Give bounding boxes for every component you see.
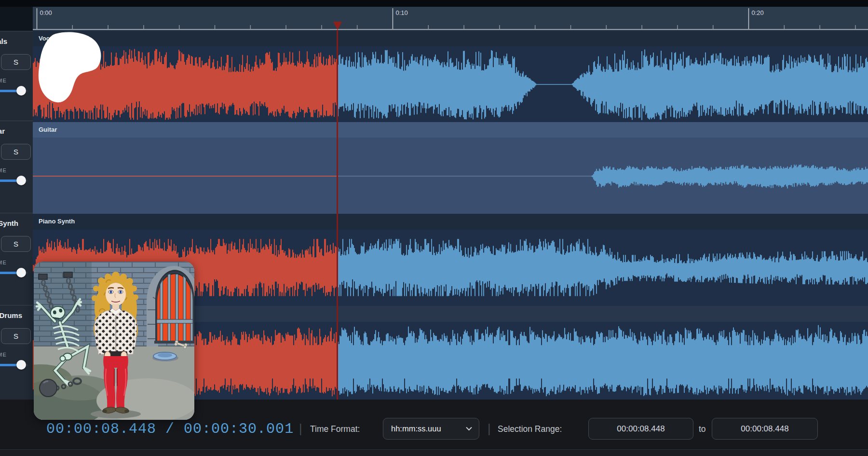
ruler-label: 0:20 <box>752 9 764 16</box>
track-body-guitar <box>33 138 868 214</box>
selection-start-input[interactable] <box>588 418 693 440</box>
ruler-label: 0:10 <box>396 9 408 16</box>
playhead-line[interactable] <box>337 30 338 400</box>
time-format-label: Time Format: <box>310 424 360 434</box>
volume-label: VOLUME <box>0 167 7 173</box>
slider-thumb[interactable] <box>16 268 26 277</box>
volume-slider[interactable] <box>0 86 30 96</box>
track-panel-guitar: Guitar S VOLUME <box>0 121 33 213</box>
slider-thumb[interactable] <box>16 86 26 96</box>
track-name-label: Piano Synth <box>0 219 18 227</box>
track-header-vocals[interactable]: Vocals <box>33 31 868 46</box>
time-format-value: hh:mm:ss.uuu <box>391 424 441 433</box>
chevron-down-icon <box>466 427 472 431</box>
current-time: 00:00:08.448 <box>46 421 156 437</box>
audio-editor-app: 0:000:100:20 Vocals S VOLUME Guitar S VO… <box>0 0 868 456</box>
solo-button[interactable]: S <box>1 54 31 70</box>
volume-label: VOLUME <box>0 260 7 265</box>
volume-label: VOLUME <box>0 78 7 83</box>
divider: | <box>299 422 302 436</box>
track-name-label: Drums <box>0 311 22 319</box>
volume-slider[interactable] <box>0 268 30 277</box>
selection-range-label: Selection Range: <box>498 424 562 434</box>
ball-and-chain <box>40 379 57 397</box>
ruler-corner <box>0 7 33 31</box>
volume-label: VOLUME <box>0 352 7 358</box>
solo-button[interactable]: S <box>1 236 31 252</box>
volume-slider[interactable] <box>0 360 30 370</box>
to-label: to <box>699 424 706 434</box>
track-header-label: Guitar <box>39 126 57 133</box>
ruler-ticks: 0:000:100:20 <box>33 7 868 31</box>
prison-gate <box>148 270 194 346</box>
time-separator: / <box>165 421 175 437</box>
slider-thumb[interactable] <box>16 360 26 370</box>
track-body-vocals <box>33 46 868 122</box>
character-sticker-image <box>34 262 194 420</box>
track-name-label: Vocals <box>0 37 7 45</box>
track-control-panel: Vocals S VOLUME Guitar S VOLUME Piano Sy… <box>0 31 33 400</box>
playhead-marker[interactable] <box>333 22 342 30</box>
solo-button[interactable]: S <box>1 328 31 344</box>
food-dish <box>153 352 176 360</box>
track-header-label: Piano Synth <box>39 218 75 225</box>
time-readout: 00:00:08.448 / 00:00:30.001 <box>46 421 294 437</box>
waveform-canvas-guitar[interactable] <box>33 138 868 214</box>
track-panel-drums: Drums S VOLUME <box>0 305 33 400</box>
volume-slider[interactable] <box>0 176 30 185</box>
selection-end-input[interactable] <box>712 418 818 440</box>
window-top-bar <box>0 0 868 7</box>
solo-button[interactable]: S <box>1 144 31 160</box>
track-name-label: Guitar <box>0 127 5 135</box>
track-header-guitar[interactable]: Guitar <box>33 122 868 138</box>
annotation-blob <box>29 27 111 109</box>
slider-thumb[interactable] <box>16 176 26 185</box>
timeline-ruler[interactable]: 0:000:100:20 <box>33 7 868 31</box>
time-format-dropdown[interactable]: hh:mm:ss.uuu <box>383 418 479 440</box>
track-panel-piano-synth: Piano Synth S VOLUME <box>0 213 33 305</box>
track-panel-vocals: Vocals S VOLUME <box>0 31 33 121</box>
waveform-canvas-vocals[interactable] <box>33 46 868 122</box>
total-duration: 00:00:30.001 <box>184 421 294 437</box>
bottom-strip <box>0 450 868 456</box>
divider: | <box>488 422 491 436</box>
track-header-piano-synth[interactable]: Piano Synth <box>33 214 868 230</box>
ruler-label: 0:00 <box>40 9 52 16</box>
